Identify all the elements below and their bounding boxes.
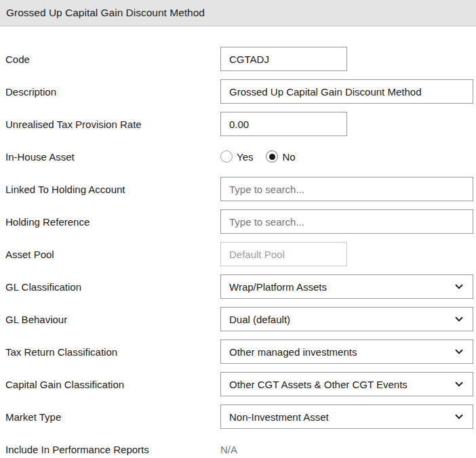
radio-yes-label: Yes — [237, 151, 253, 163]
in-house-asset-radio-no[interactable]: No — [266, 150, 295, 163]
in-house-asset-radio-group: Yes No — [220, 150, 296, 163]
tax-return-classification-select[interactable]: Other managed investments — [220, 339, 473, 364]
holding-reference-label: Holding Reference — [0, 216, 220, 228]
asset-settings-form: Code Description Unrealised Tax Provisio… — [0, 26, 476, 458]
description-label: Description — [0, 86, 220, 98]
gl-classification-select[interactable]: Wrap/Platform Assets — [220, 274, 473, 299]
radio-no-label: No — [282, 151, 295, 163]
radio-unselected-icon — [220, 150, 233, 163]
row-code: Code — [0, 47, 476, 71]
chevron-down-icon — [454, 411, 464, 422]
row-gl-behaviour: GL Behaviour Dual (default) — [0, 307, 476, 331]
row-tax-return-classification: Tax Return Classification Other managed … — [0, 339, 476, 364]
holding-reference-search-input[interactable] — [220, 209, 473, 234]
row-gl-classification: GL Classification Wrap/Platform Assets — [0, 274, 476, 299]
market-type-select[interactable]: Non-Investment Asset — [220, 404, 473, 429]
page-title: Grossed Up Capital Gain Discount Method — [6, 7, 205, 19]
chevron-down-icon — [454, 379, 464, 390]
include-in-performance-reports-label: Include In Performance Reports — [0, 444, 220, 455]
row-linked-to-holding-account: Linked To Holding Account — [0, 177, 476, 201]
row-include-in-performance-reports: Include In Performance Reports N/A — [0, 437, 476, 458]
in-house-asset-label: In-House Asset — [0, 151, 220, 163]
panel-header: Grossed Up Capital Gain Discount Method — [0, 0, 476, 26]
row-holding-reference: Holding Reference — [0, 209, 476, 234]
in-house-asset-radio-yes[interactable]: Yes — [220, 150, 253, 163]
unrealised-tax-provision-rate-input[interactable] — [220, 112, 347, 136]
chevron-down-icon — [454, 281, 464, 292]
row-description: Description — [0, 79, 476, 104]
gl-classification-label: GL Classification — [0, 281, 220, 293]
chevron-down-icon — [454, 314, 464, 325]
gl-classification-selected-value: Wrap/Platform Assets — [229, 281, 327, 293]
code-label: Code — [0, 54, 220, 65]
radio-selected-icon — [266, 150, 278, 163]
row-capital-gain-classification: Capital Gain Classification Other CGT As… — [0, 372, 476, 396]
capital-gain-classification-select[interactable]: Other CGT Assets & Other CGT Events — [220, 372, 473, 396]
linked-to-holding-account-label: Linked To Holding Account — [0, 184, 220, 195]
gl-behaviour-label: GL Behaviour — [0, 314, 220, 325]
tax-return-classification-label: Tax Return Classification — [0, 346, 220, 358]
asset-pool-label: Asset Pool — [0, 249, 220, 260]
market-type-selected-value: Non-Investment Asset — [229, 411, 329, 423]
row-asset-pool: Asset Pool — [0, 242, 476, 266]
description-input[interactable] — [220, 79, 473, 104]
row-market-type: Market Type Non-Investment Asset — [0, 404, 476, 429]
unrealised-tax-provision-rate-label: Unrealised Tax Provision Rate — [0, 119, 220, 130]
row-unrealised-tax-provision-rate: Unrealised Tax Provision Rate — [0, 112, 476, 136]
market-type-label: Market Type — [0, 411, 220, 423]
gl-behaviour-selected-value: Dual (default) — [229, 314, 290, 325]
capital-gain-classification-label: Capital Gain Classification — [0, 379, 220, 390]
capital-gain-classification-selected-value: Other CGT Assets & Other CGT Events — [229, 379, 408, 390]
tax-return-classification-selected-value: Other managed investments — [229, 346, 357, 358]
asset-pool-input — [220, 242, 347, 266]
include-in-performance-reports-value: N/A — [220, 444, 237, 455]
row-in-house-asset: In-House Asset Yes No — [0, 144, 476, 169]
linked-to-holding-account-search-input[interactable] — [220, 177, 473, 201]
gl-behaviour-select[interactable]: Dual (default) — [220, 307, 473, 331]
code-input[interactable] — [220, 47, 347, 71]
chevron-down-icon — [454, 346, 464, 357]
